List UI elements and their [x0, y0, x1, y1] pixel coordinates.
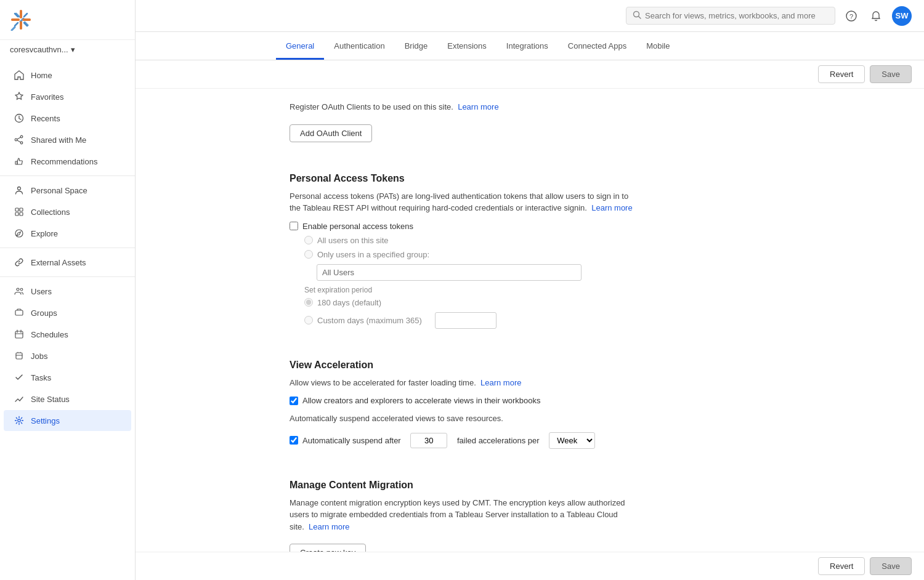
svg-point-21: [18, 187, 21, 190]
sidebar-item-collections[interactable]: Collections: [4, 201, 131, 222]
top-revert-button[interactable]: Revert: [818, 65, 865, 83]
enable-pat-checkbox[interactable]: [290, 222, 298, 230]
sidebar-label-groups: Groups: [31, 308, 57, 318]
tabs-bar: General Authentication Bridge Extensions…: [136, 32, 924, 60]
radio-all-users-row: All users on this site: [304, 236, 634, 245]
oauth-learn-more[interactable]: Learn more: [458, 102, 498, 111]
add-oauth-client-button[interactable]: Add OAuth Client: [290, 124, 372, 142]
top-toolbar: Revert Save: [136, 60, 924, 89]
sidebar-item-tasks[interactable]: Tasks: [4, 367, 131, 388]
content-migration-learn-more[interactable]: Learn more: [309, 522, 349, 531]
auto-suspend-inline: Automatically suspend after failed accel…: [302, 432, 595, 449]
gear-icon: [14, 415, 25, 426]
svg-point-27: [17, 288, 19, 291]
content-migration-desc: Manage content migration encryption keys…: [290, 497, 634, 533]
tab-extensions[interactable]: Extensions: [437, 34, 496, 60]
sidebar-label-jobs: Jobs: [31, 352, 47, 361]
svg-text:?: ?: [849, 12, 853, 20]
svg-rect-30: [15, 331, 23, 338]
link-icon: [14, 257, 25, 268]
tab-general[interactable]: General: [276, 34, 324, 60]
svg-rect-6: [10, 26, 16, 31]
sidebar-item-groups[interactable]: Groups: [4, 302, 131, 323]
tab-bridge[interactable]: Bridge: [395, 34, 438, 60]
svg-rect-23: [20, 208, 23, 211]
radio-custom-label: Custom days (maximum 365): [317, 316, 422, 325]
sidebar-item-personal-space[interactable]: Personal Space: [4, 180, 131, 201]
sidebar-item-recents[interactable]: Recents: [4, 108, 131, 129]
share-icon: [14, 134, 25, 145]
period-select[interactable]: Week Day Month: [549, 432, 595, 449]
svg-point-32: [18, 419, 20, 422]
radio-all-users[interactable]: [304, 236, 313, 244]
radio-custom-days[interactable]: [304, 316, 313, 324]
avatar[interactable]: SW: [892, 6, 912, 26]
notifications-button[interactable]: [867, 7, 885, 25]
content-migration-section: Manage Content Migration Manage content …: [290, 467, 634, 552]
content-migration-title: Manage Content Migration: [290, 480, 634, 491]
sidebar-item-recommendations[interactable]: Recommendations: [4, 151, 131, 172]
sidebar-item-shared[interactable]: Shared with Me: [4, 129, 131, 150]
sidebar-item-jobs[interactable]: Jobs: [4, 345, 131, 366]
sidebar-label-recommendations: Recommendations: [31, 157, 97, 166]
failed-after-input[interactable]: [410, 433, 447, 448]
tab-authentication[interactable]: Authentication: [324, 34, 394, 60]
svg-line-14: [24, 14, 27, 17]
top-save-button[interactable]: Save: [870, 65, 912, 83]
sidebar-label-schedules: Schedules: [31, 330, 68, 339]
auto-suspend-checkbox[interactable]: [290, 436, 298, 445]
custom-days-input[interactable]: [435, 312, 496, 329]
job-icon: [14, 350, 25, 361]
view-acceleration-section: View Acceleration Allow views to be acce…: [290, 347, 634, 449]
allow-accelerate-row: Allow creators and explorers to accelera…: [290, 396, 634, 405]
tab-mobile[interactable]: Mobile: [636, 34, 679, 60]
sidebar-label-shared: Shared with Me: [31, 135, 86, 145]
tab-integrations[interactable]: Integrations: [496, 34, 558, 60]
sidebar-item-external-assets[interactable]: External Assets: [4, 252, 131, 273]
radio-specified-group[interactable]: [304, 250, 313, 259]
search-input[interactable]: [645, 11, 829, 20]
failed-label: failed accelerations per: [457, 436, 540, 445]
thumb-icon: [14, 156, 25, 167]
calendar-icon: [14, 329, 25, 340]
allow-accelerate-checkbox[interactable]: [290, 397, 298, 405]
search-bar[interactable]: [626, 7, 835, 25]
enable-pat-label: Enable personal access tokens: [302, 222, 413, 231]
home-icon: [14, 70, 25, 81]
sidebar-label-favorites: Favorites: [31, 92, 63, 102]
create-new-key-button[interactable]: Create new key: [290, 544, 366, 552]
sidebar-label-explore: Explore: [31, 229, 58, 238]
pat-learn-more[interactable]: Learn more: [591, 203, 632, 212]
radio-180-days[interactable]: [304, 298, 313, 307]
svg-rect-25: [20, 212, 23, 215]
sidebar-item-home[interactable]: Home: [4, 65, 131, 86]
sidebar-label-home: Home: [31, 71, 52, 80]
bottom-toolbar: Revert Save: [136, 552, 924, 580]
bottom-save-button[interactable]: Save: [870, 557, 912, 575]
view-accel-desc: Allow views to be accelerated for faster…: [290, 377, 634, 389]
sidebar-item-site-status[interactable]: Site Status: [4, 389, 131, 409]
group-dropdown[interactable]: All Users: [317, 264, 582, 281]
sidebar-item-users[interactable]: Users: [4, 281, 131, 302]
sidebar-label-personal-space: Personal Space: [31, 186, 87, 195]
sidebar-item-schedules[interactable]: Schedules: [4, 324, 131, 345]
svg-point-17: [20, 135, 23, 138]
sidebar-label-users: Users: [31, 287, 52, 296]
search-icon: [633, 10, 641, 21]
view-accel-learn-more[interactable]: Learn more: [480, 378, 521, 387]
sidebar-item-settings[interactable]: Settings: [4, 410, 131, 431]
radio-specified-group-row: Only users in a specified group:: [304, 250, 634, 259]
bottom-revert-button[interactable]: Revert: [818, 557, 865, 575]
site-selector[interactable]: coresvcauthvn... ▾: [0, 40, 135, 59]
tab-connected-apps[interactable]: Connected Apps: [558, 34, 636, 60]
help-button[interactable]: ?: [843, 7, 860, 25]
task-icon: [14, 372, 25, 383]
sidebar-item-explore[interactable]: Explore: [4, 223, 131, 244]
content-area: Register OAuth Clients to be used on thi…: [136, 89, 924, 552]
svg-rect-22: [15, 208, 18, 211]
sidebar-label-tasks: Tasks: [31, 373, 51, 382]
radio-180-label: 180 days (default): [317, 298, 381, 307]
svg-rect-24: [15, 212, 18, 215]
sidebar-item-favorites[interactable]: Favorites: [4, 86, 131, 107]
radio-custom-row: Custom days (maximum 365): [304, 312, 634, 329]
